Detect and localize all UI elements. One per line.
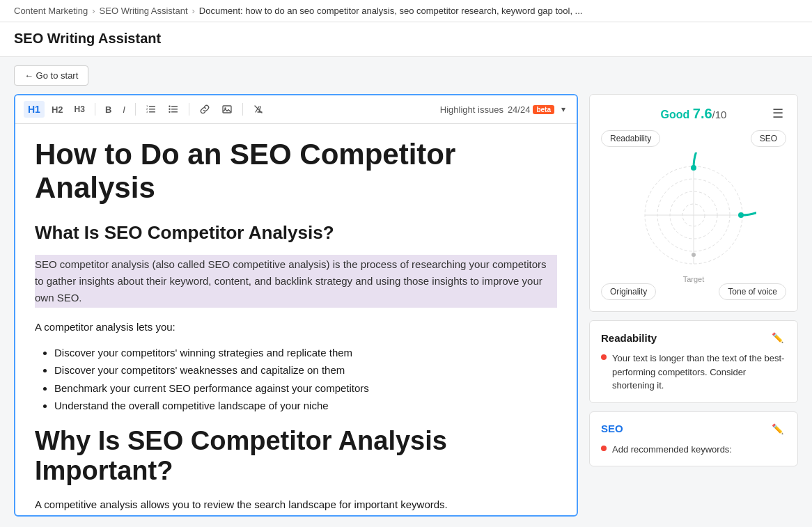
clear-format-button[interactable] [249,101,268,118]
score-display: Good 7.6/10 [601,106,786,122]
document-title: How to Do an SEO Competitor Analysis [35,138,557,205]
svg-rect-1 [149,109,155,110]
score-denom: /10 [712,109,727,120]
h1-button[interactable]: H1 [24,101,45,118]
readability-issue-text: Your text is longer than the text of the… [612,352,786,393]
section2-para: A competitive analysis allows you to rev… [35,496,557,513]
section1-list: Discover your competitors' winning strat… [35,344,557,415]
seo-edit-button[interactable]: ✏️ [769,422,786,436]
page-title: SEO Writing Assistant [14,31,798,47]
issue-dot-red [601,354,607,360]
image-icon [221,104,233,115]
svg-rect-7 [171,109,178,110]
section1-heading: What Is SEO Competitor Analysis? [35,222,557,244]
svg-point-11 [169,111,170,113]
seo-card-header: SEO ✏️ [601,422,786,436]
readability-issue-item: Your text is longer than the text of the… [601,352,786,393]
unordered-list-button[interactable] [164,101,183,118]
toolbar-divider-1 [95,103,95,116]
go-to-start-button[interactable]: ← Go to start [14,65,88,86]
list-item: Benchmark your current SEO performance a… [54,379,557,398]
seo-card: SEO ✏️ Add recommended keywords: [589,411,798,467]
beta-badge: beta [533,105,554,114]
seo-issue-dot [601,446,607,451]
seo-issue-item: Add recommended keywords: [601,443,786,457]
highlight-count-value: 24/24 [508,104,531,115]
image-button[interactable] [217,101,237,118]
seo-issue-text: Add recommended keywords: [612,443,732,457]
breadcrumb-sep-1: › [92,6,95,16]
radar-top-labels: Readability SEO [601,130,786,147]
link-button[interactable] [195,101,214,118]
breadcrumb-seo-writing-assistant[interactable]: SEO Writing Assistant [100,6,188,16]
score-widget: ☰ Good 7.6/10 Readability SEO [589,94,798,312]
h3-button[interactable]: H3 [70,102,89,117]
toolbar-divider-4 [242,103,243,116]
list-item: Understand the overall competitive lands… [54,397,557,415]
toolbar-divider-3 [189,103,189,116]
editor-panel: H1 H2 H3 B I 1 2 3 [14,94,578,517]
h2-button[interactable]: H2 [47,102,68,118]
radar-chart: Target [631,152,756,278]
score-good-label: Good [661,109,690,120]
svg-point-10 [169,109,170,110]
readability-card-header: Readability ✏️ [601,331,786,345]
italic-button[interactable]: I [118,102,130,118]
svg-text:3: 3 [146,110,148,113]
right-panel: ☰ Good 7.6/10 Readability SEO [589,94,798,517]
list-item: Discover your competitors' weaknesses an… [54,361,557,379]
radar-bottom-labels: Originality Tone of voice [601,283,786,300]
link-icon [199,104,210,115]
unordered-list-icon [168,104,179,115]
seo-label-btn[interactable]: SEO [751,130,786,147]
page-header: SEO Writing Assistant [0,22,812,57]
svg-point-21 [691,165,696,171]
readability-card-title: Readability [601,332,657,344]
action-bar: ← Go to start [0,57,812,94]
tone-of-voice-label-btn[interactable]: Tone of voice [719,283,786,300]
highlight-issues-label: Highlight issues [440,104,503,115]
bold-button[interactable]: B [101,102,116,118]
originality-label-btn[interactable]: Originality [601,283,656,300]
svg-rect-6 [171,106,178,107]
radar-svg [631,152,756,278]
highlight-issues-count: 24/24 beta [508,104,554,115]
readability-label-btn[interactable]: Readability [601,130,660,147]
main-layout: H1 H2 H3 B I 1 2 3 [0,94,812,527]
readability-edit-button[interactable]: ✏️ [769,331,786,345]
readability-card: Readability ✏️ Your text is longer than … [589,320,798,403]
svg-rect-0 [149,106,155,107]
toolbar-divider-2 [135,103,136,116]
svg-point-9 [169,106,170,107]
highlight-issues-dropdown[interactable]: ▾ [559,103,568,116]
highlighted-paragraph: SEO competitor analysis (also called SEO… [35,255,557,308]
svg-rect-8 [171,111,178,113]
breadcrumb-content-marketing[interactable]: Content Marketing [14,6,88,16]
menu-button[interactable]: ☰ [767,103,789,124]
svg-rect-2 [149,111,155,113]
ordered-list-button[interactable]: 1 2 3 [141,101,161,118]
score-value-num: 7.6 [693,106,712,121]
svg-point-13 [224,107,226,109]
breadcrumb: Content Marketing › SEO Writing Assistan… [0,0,812,22]
seo-card-title: SEO [601,423,623,434]
list-item: Discover your competitors' winning strat… [54,344,557,362]
editor-toolbar: H1 H2 H3 B I 1 2 3 [15,95,577,124]
breadcrumb-document: Document: how to do an seo competitor an… [199,6,583,16]
target-label: Target [683,275,705,283]
breadcrumb-sep-2: › [192,6,195,16]
section1-intro: A competitor analysis lets you: [35,319,557,336]
clear-format-icon [253,104,264,115]
ordered-list-icon: 1 2 3 [146,104,157,115]
svg-point-22 [738,212,744,218]
editor-content[interactable]: How to Do an SEO Competitor Analysis Wha… [15,124,577,515]
section2-heading: Why Is SEO Competitor Analysis Important… [35,426,557,487]
highlight-issues-control: Highlight issues 24/24 beta ▾ [440,103,568,116]
svg-point-23 [692,253,696,257]
